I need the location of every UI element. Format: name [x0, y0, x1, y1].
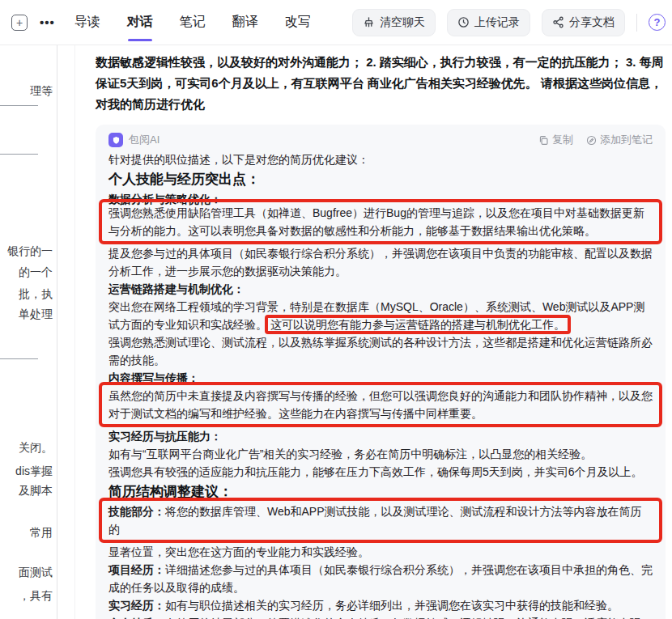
paragraph-personal-traits: 个人特质：在简历的结尾部分，简要描述您的个人特质，如数据敏感、逻辑性强、沟通能力… — [108, 614, 653, 619]
red-annotation-box: 强调您熟悉使用缺陷管理工具（如禅道、Bugfree）进行Bug的管理与追踪，以及… — [99, 199, 662, 244]
doc-fragment: 银行的一 — [7, 244, 53, 259]
help-icon[interactable]: ? — [649, 14, 666, 31]
doc-fragment: 单处理 — [19, 307, 53, 322]
ai-response-card: 包阅AI 复制 添加到笔记 — [96, 125, 666, 619]
paragraph-ops: 突出您在网络工程领域的学习背景，特别是在数据库（MySQL、Oracle）、系统… — [108, 298, 653, 333]
ai-intro-text: 针对提供的职位描述，以下是对您的简历优化建议： — [108, 151, 653, 168]
subheading-internship: 实习经历与抗压能力： — [108, 427, 653, 445]
left-document-strip: 理等 银行的一 的一个 批，执 单处理 关闭。 dis掌握 及脚本 常用 面测试… — [0, 45, 57, 619]
doc-fragment: 理等 — [30, 84, 53, 99]
doc-fragment: ，具有 — [19, 589, 53, 604]
bot-avatar-shield-icon — [108, 133, 123, 147]
tab-rewrite[interactable]: 改写 — [285, 0, 311, 45]
intern-history-text: 如有与职位描述相关的实习经历，务必详细列出，并强调您在该实习中获得的技能和经验。 — [165, 599, 619, 612]
ai-response-header: 包阅AI 复制 添加到笔记 — [108, 133, 653, 147]
copy-label: 复制 — [552, 133, 573, 147]
red-annotation-box: 虽然您的简历中未直接提及内容撰写与传播的经验，但您可以强调您良好的沟通能力和团队… — [99, 382, 662, 427]
chat-panel: 数据敏感逻辑性较强，以及较好的对外沟通能力； 2. 踏实细心，执行力较强，有一定… — [75, 45, 672, 619]
sidebar-divider — [0, 154, 38, 155]
note-pencil-icon — [586, 135, 597, 146]
copy-button[interactable]: 复制 — [538, 133, 573, 147]
doc-fragment: 常用 — [30, 526, 53, 541]
paragraph-content-writing: 虽然您的简历中未直接提及内容撰写与传播的经验，但您可以强调您良好的沟通能力和团队… — [108, 387, 653, 422]
doc-fragment: 批，执 — [19, 287, 53, 302]
section-heading-skills: 个人技能与经历突出点： — [108, 170, 653, 189]
add-to-note-label: 添加到笔记 — [600, 133, 653, 147]
doc-fragment: 及脚本 — [19, 484, 53, 498]
doc-fragment: 关闭。 — [19, 441, 53, 456]
paragraph-skill-section-line1: 技能部分：将您的数据库管理、Web和APP测试技能，以及测试理论、测试流程和设计… — [108, 502, 653, 538]
sidebar-divider — [0, 105, 38, 106]
more-options-icon[interactable]: ••• — [40, 15, 55, 29]
skill-section-text: 将您的数据库管理、Web和APP测试技能，以及测试理论、测试流程和设计方法等内容… — [108, 505, 642, 536]
skill-section-lead: 技能部分： — [108, 505, 165, 518]
paragraph-project-history: 项目经历：详细描述您参与过的具体项目（如民泰银行综合积分系统），并强调您在该项目… — [108, 561, 653, 596]
clear-chat-button[interactable]: 清空聊天 — [352, 9, 436, 36]
toolbar-actions: 清空聊天 上传记录 分享文档 ? — [352, 9, 667, 36]
share-doc-button[interactable]: 分享文档 — [542, 9, 625, 36]
share-icon — [552, 16, 564, 28]
paragraph-intern-history: 实习经历：如有与职位描述相关的实习经历，务必详细列出，并强调您在该实习中获得的技… — [108, 596, 653, 614]
tab-bar: 导读 对话 笔记 翻译 改写 — [74, 0, 311, 45]
add-to-note-button[interactable]: 添加到笔记 — [586, 133, 653, 147]
clock-icon — [457, 16, 470, 28]
tab-notes[interactable]: 笔记 — [180, 0, 206, 45]
paragraph-skill-section-line2: 显著位置，突出您在这方面的专业能力和实践经验。 — [108, 543, 653, 561]
paragraph-defect-tools: 强调您熟悉使用缺陷管理工具（如禅道、Bugfree）进行Bug的管理与追踪，以及… — [108, 204, 653, 240]
toolbar-divider — [636, 14, 637, 32]
bot-name: 包阅AI — [129, 133, 159, 147]
bot-identity: 包阅AI — [108, 133, 159, 147]
clear-chat-label: 清空聊天 — [380, 15, 425, 30]
top-toolbar: + ••• 导读 对话 笔记 翻译 改写 清空聊天 上传记录 — [0, 0, 672, 45]
tab-translate[interactable]: 翻译 — [232, 0, 258, 45]
doc-fragment: 面测试 — [19, 566, 53, 580]
add-icon[interactable]: + — [11, 15, 28, 31]
tab-guide[interactable]: 导读 — [74, 0, 100, 45]
paragraph-project: 提及您参与过的具体项目（如民泰银行综合积分系统），并强调您在该项目中负责的功能审… — [108, 244, 653, 280]
paragraph-internship-2: 强调您具有较强的适应能力和抗压能力，能够在压力下高效工作，确保每周5天到岗，并实… — [108, 463, 653, 481]
upload-history-button[interactable]: 上传记录 — [447, 9, 530, 36]
red-annotation-inline: 这可以说明您有能力参与运营链路的搭建与机制优化工作。 — [265, 315, 571, 334]
project-history-text: 详细描述您参与过的具体项目（如民泰银行综合积分系统），并强调您在该项目中承担的角… — [108, 563, 653, 594]
paragraph-internship-1: 如有与“互联网平台商业化广告”相关的实习经验，务必在简历中明确标注，以凸显您的相… — [108, 445, 653, 463]
subheading-ops-chain: 运营链路搭建与机制优化： — [108, 280, 653, 298]
user-message: 数据敏感逻辑性较强，以及较好的对外沟通能力； 2. 踏实细心，执行力较强，有一定… — [96, 52, 666, 115]
doc-fragment: 的一个 — [19, 265, 53, 280]
intern-history-lead: 实习经历： — [108, 599, 165, 612]
paragraph-testing: 强调您熟悉测试理论、测试流程，以及熟练掌握系统测试的各种设计方法，这些都是搭建和… — [108, 333, 653, 369]
copy-icon — [538, 135, 549, 146]
upload-history-label: 上传记录 — [474, 15, 520, 30]
doc-fragment: dis掌握 — [15, 464, 53, 479]
share-doc-label: 分享文档 — [569, 15, 615, 30]
red-annotation-box: 技能部分：将您的数据库管理、Web和APP测试技能，以及测试理论、测试流程和设计… — [99, 498, 662, 543]
response-actions: 复制 添加到笔记 — [538, 133, 653, 147]
project-history-lead: 项目经历： — [108, 563, 165, 576]
tab-chat[interactable]: 对话 — [127, 0, 153, 45]
sidebar-divider — [0, 358, 38, 359]
broom-icon — [363, 16, 375, 28]
